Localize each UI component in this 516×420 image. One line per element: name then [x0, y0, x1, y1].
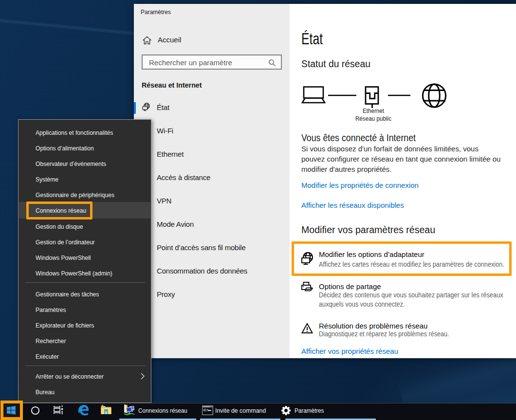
svg-text:C:\: C:\: [203, 408, 209, 412]
